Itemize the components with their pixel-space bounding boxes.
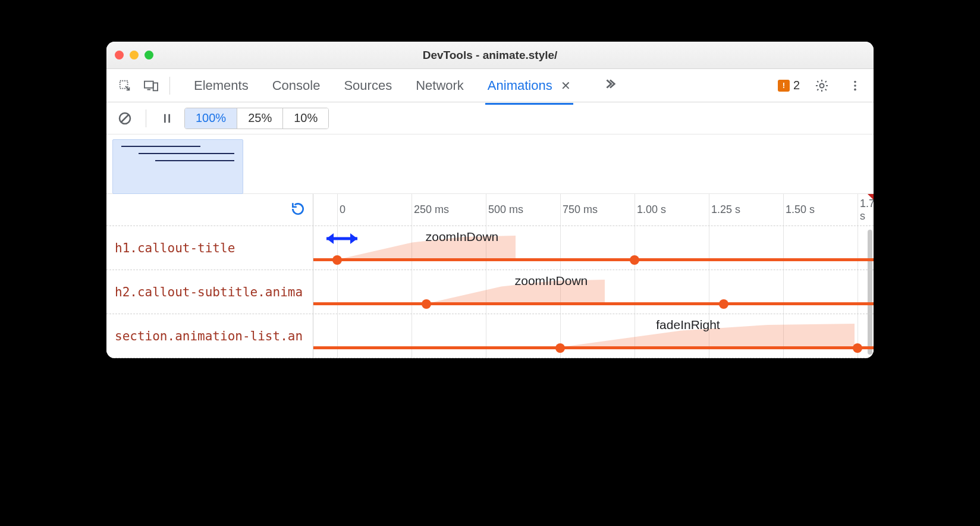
animation-group-thumbnail[interactable] <box>112 139 243 194</box>
panel-tabs: Elements Console Sources Network Animati… <box>193 74 616 97</box>
svg-point-6 <box>854 88 856 90</box>
tick-label: 1.25 s <box>712 194 742 226</box>
animation-row[interactable]: section.animation-list.anfadeInRight <box>106 314 874 358</box>
tick-label: 1.00 s <box>638 194 667 226</box>
tab-animations[interactable]: Animations ✕ <box>486 74 572 97</box>
speed-25[interactable]: 25% <box>237 108 283 129</box>
clear-icon[interactable] <box>114 107 136 130</box>
svg-point-4 <box>854 80 856 83</box>
track-line <box>313 258 874 261</box>
maximize-window-button[interactable] <box>145 51 153 60</box>
time-ruler[interactable]: 0250 ms500 ms750 ms1.00 s1.25 s1.50 s1.7… <box>106 194 874 226</box>
animations-controls: 100% 25% 10% <box>106 102 874 134</box>
tab-console[interactable]: Console <box>271 74 322 97</box>
gridline <box>412 194 412 226</box>
gridline <box>783 194 784 226</box>
toolbar-right: ! 2 <box>778 74 866 97</box>
playback-speed-group: 100% 25% 10% <box>184 108 329 129</box>
svg-point-3 <box>820 83 824 87</box>
animation-groups-strip <box>106 134 874 194</box>
tick-label: 750 ms <box>564 194 599 226</box>
scrub-handle-icon[interactable] <box>325 231 359 249</box>
thumb-bar <box>121 146 200 147</box>
gridline <box>709 194 709 226</box>
ruler-left <box>106 194 313 226</box>
close-tab-icon[interactable]: ✕ <box>561 79 571 92</box>
animation-name-label: fadeInRight <box>656 318 720 332</box>
tick-label: 1.75 s <box>861 194 874 226</box>
tick-label: 500 ms <box>489 194 524 226</box>
tab-sources[interactable]: Sources <box>343 74 393 97</box>
animation-selector: h1.callout-title <box>106 226 313 270</box>
inspect-element-icon[interactable] <box>114 74 136 97</box>
gridline <box>560 194 561 226</box>
svg-rect-2 <box>153 83 158 90</box>
titlebar: DevTools - animate.style/ <box>106 42 874 69</box>
tab-animations-label: Animations <box>488 78 552 93</box>
gridline <box>635 194 635 226</box>
keyframe-start[interactable] <box>555 343 565 353</box>
divider <box>146 109 146 127</box>
animation-selector: h2.callout-subtitle.anima <box>106 270 313 314</box>
gridline <box>857 194 858 226</box>
animation-name-label: zoomInDown <box>426 230 499 244</box>
animation-selector: section.animation-list.an <box>106 314 313 358</box>
timeline: 0250 ms500 ms750 ms1.00 s1.25 s1.50 s1.7… <box>106 194 874 358</box>
window-title: DevTools - animate.style/ <box>106 49 874 62</box>
track-line <box>313 346 874 349</box>
devtools-window: DevTools - animate.style/ Elements Conso… <box>106 42 874 358</box>
svg-rect-1 <box>145 81 153 87</box>
close-window-button[interactable] <box>115 51 124 60</box>
animation-track[interactable]: fadeInRight <box>313 314 874 358</box>
tick-label: 250 ms <box>415 194 450 226</box>
thumb-bar <box>139 153 235 154</box>
main-toolbar: Elements Console Sources Network Animati… <box>106 69 874 102</box>
animation-track[interactable]: zoomInDown <box>313 270 874 314</box>
kebab-menu-icon[interactable] <box>844 74 866 97</box>
animation-row[interactable]: h2.callout-subtitle.animazoomInDown <box>106 270 874 314</box>
tab-elements[interactable]: Elements <box>193 74 250 97</box>
tick-label: 0 <box>341 194 347 226</box>
speed-100[interactable]: 100% <box>185 108 237 129</box>
device-toggle-icon[interactable] <box>140 74 162 97</box>
svg-point-5 <box>854 84 856 87</box>
issues-button[interactable]: ! 2 <box>778 79 800 92</box>
window-controls <box>115 51 153 60</box>
animation-track[interactable]: zoomInDown <box>313 226 874 270</box>
animation-rows: h1.callout-titlezoomInDownh2.callout-sub… <box>106 226 874 358</box>
minimize-window-button[interactable] <box>130 51 139 60</box>
tick-label: 1.50 s <box>787 194 816 226</box>
tab-network[interactable]: Network <box>414 74 465 97</box>
keyframe-end[interactable] <box>719 299 728 309</box>
keyframe-start[interactable] <box>422 299 431 309</box>
keyframe-end[interactable] <box>630 255 639 265</box>
gridline <box>486 194 486 226</box>
keyframe-start[interactable] <box>332 255 342 265</box>
track-line <box>313 302 874 305</box>
gridline <box>337 194 338 226</box>
animation-row[interactable]: h1.callout-titlezoomInDown <box>106 226 874 270</box>
divider <box>169 77 170 95</box>
warning-icon: ! <box>778 80 790 92</box>
speed-10[interactable]: 10% <box>283 108 328 129</box>
thumb-bar <box>155 160 234 161</box>
animation-name-label: zoomInDown <box>515 274 588 288</box>
pause-icon[interactable] <box>156 107 178 130</box>
settings-gear-icon[interactable] <box>811 74 833 97</box>
more-tabs-icon[interactable] <box>603 77 616 94</box>
ruler-ticks: 0250 ms500 ms750 ms1.00 s1.25 s1.50 s1.7… <box>313 194 874 226</box>
replay-icon[interactable] <box>290 201 306 219</box>
issues-count: 2 <box>793 79 800 92</box>
keyframe-end[interactable] <box>853 343 862 353</box>
